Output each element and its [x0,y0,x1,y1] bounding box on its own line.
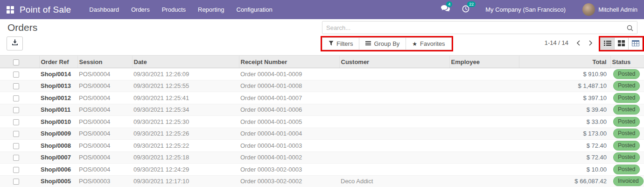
search-icon[interactable] [627,25,633,33]
date-cell: 09/30/2021 12:17:10 [132,175,239,187]
group-by-button[interactable]: Group By [359,38,406,50]
status-badge: Posted [613,69,640,79]
bars-icon [365,40,371,47]
pager-next-icon[interactable] [588,40,593,46]
table-row[interactable]: Shop/0012 POS/00004 09/30/2021 12:25:41 … [0,92,644,104]
total-cell: $ 66,087.42 [519,175,610,187]
row-checkbox[interactable] [13,107,19,113]
table-row[interactable]: Shop/0005 POS/00003 09/30/2021 12:17:10 … [0,175,644,187]
employee-cell [449,164,519,176]
pager-previous-icon[interactable] [576,40,581,46]
row-select-cell[interactable] [0,116,39,128]
row-checkbox[interactable] [13,143,19,149]
row-select-cell[interactable] [0,80,39,92]
header-total[interactable]: Total [519,56,610,68]
row-select-cell[interactable] [0,164,39,176]
export-button[interactable] [7,36,23,50]
row-select-cell[interactable] [0,128,39,140]
apps-menu-icon[interactable] [7,6,14,14]
session-cell: POS/00004 [77,80,132,92]
receipt-number-cell: Order 00004-001-0007 [239,92,339,104]
activities-button[interactable]: 22 [462,5,469,14]
select-all-checkbox[interactable] [13,59,19,65]
status-badge: Posted [613,152,640,162]
date-cell: 09/30/2021 12:26:09 [132,68,239,80]
menu-item-configuration[interactable]: Configuration [230,0,278,19]
total-cell: $ 173.00 [519,128,610,140]
table-row[interactable]: Shop/0010 POS/00004 09/30/2021 12:25:30 … [0,116,644,128]
receipt-number-cell: Order 00004-001-0003 [239,140,339,152]
header-order-ref[interactable]: Order Ref [39,56,77,68]
row-checkbox[interactable] [13,155,19,161]
menu-item-dashboard[interactable]: Dashboard [83,0,125,19]
date-cell: 09/30/2021 12:25:18 [132,151,239,164]
menu-item-orders[interactable]: Orders [125,0,156,19]
receipt-number-cell: Order 00004-001-0008 [239,80,339,92]
menu-item-products[interactable]: Products [156,0,192,19]
row-checkbox[interactable] [13,83,19,89]
user-name: Mitchell Admin [598,6,637,13]
filters-button[interactable]: Filters [322,38,359,50]
favorites-label: Favorites [420,40,445,47]
row-select-cell[interactable] [0,104,39,116]
download-icon [12,39,18,48]
app-name[interactable]: Point of Sale [20,5,71,15]
header-employee[interactable]: Employee [449,56,519,68]
row-select-cell[interactable] [0,140,39,152]
list-view-button[interactable] [600,37,615,50]
row-checkbox[interactable] [13,179,19,185]
row-select-cell[interactable] [0,151,39,164]
company-switcher[interactable]: My Company (San Francisco) [485,6,566,13]
customer-cell [339,151,449,164]
employee-cell [449,116,519,128]
table-row[interactable]: Shop/0006 POS/00004 09/30/2021 12:24:29 … [0,164,644,176]
messages-button[interactable]: 4 [441,5,450,14]
session-cell: POS/00004 [77,104,132,116]
status-cell: Posted [610,80,644,92]
app-window: Point of Sale Dashboard Orders Products … [0,0,644,187]
main-menu: Dashboard Orders Products Reporting Conf… [83,0,278,19]
status-badge: Posted [613,165,640,174]
search-input[interactable] [322,22,637,34]
session-cell: POS/00004 [77,164,132,176]
row-checkbox[interactable] [13,95,19,101]
status-cell: Posted [610,128,644,140]
row-select-cell[interactable] [0,92,39,104]
receipt-number-cell: Order 00004-001-0004 [239,128,339,140]
row-checkbox[interactable] [13,131,19,137]
total-cell: $ 910.90 [519,68,610,80]
table-row[interactable]: Shop/0007 POS/00004 09/30/2021 12:25:18 … [0,151,644,164]
row-checkbox[interactable] [13,119,19,125]
navbar-right: 4 22 My Company (San Francisco) Mitchell… [429,3,637,16]
row-checkbox[interactable] [13,72,19,78]
receipt-number-cell: Order 00004-001-0006 [239,104,339,116]
menu-item-reporting[interactable]: Reporting [192,0,230,19]
table-row[interactable]: Shop/0008 POS/00004 09/30/2021 12:25:22 … [0,140,644,152]
table-row[interactable]: Shop/0009 POS/00004 09/30/2021 12:25:26 … [0,128,644,140]
date-cell: 09/30/2021 12:25:55 [132,80,239,92]
row-checkbox[interactable] [13,167,19,173]
header-status[interactable]: Status [610,56,644,68]
row-select-cell[interactable] [0,175,39,187]
page-title: Orders [7,22,37,33]
header-receipt-number[interactable]: Receipt Number [239,56,339,68]
table-row[interactable]: Shop/0014 POS/00004 09/30/2021 12:26:09 … [0,68,644,80]
user-menu[interactable]: Mitchell Admin [582,3,637,16]
pivot-view-button[interactable] [628,37,643,50]
table-row[interactable]: Shop/0011 POS/00004 09/30/2021 12:25:34 … [0,104,644,116]
control-panel: Orders Filters Group By [0,19,644,55]
receipt-number-cell: Order 00004-001-0005 [239,116,339,128]
header-customer[interactable]: Customer [339,56,449,68]
kanban-view-button[interactable] [614,37,629,50]
header-session[interactable]: Session [77,56,132,68]
table-row[interactable]: Shop/0013 POS/00004 09/30/2021 12:25:55 … [0,80,644,92]
select-all-header[interactable] [0,56,39,68]
favorites-button[interactable]: ★ Favorites [406,38,451,50]
total-cell: $ 72.40 [519,140,610,152]
date-cell: 09/30/2021 12:25:30 [132,116,239,128]
row-select-cell[interactable] [0,68,39,80]
header-date[interactable]: Date [132,56,239,68]
view-switcher [600,37,643,50]
date-cell: 09/30/2021 12:25:22 [132,140,239,152]
total-cell: $ 72.40 [519,151,610,164]
